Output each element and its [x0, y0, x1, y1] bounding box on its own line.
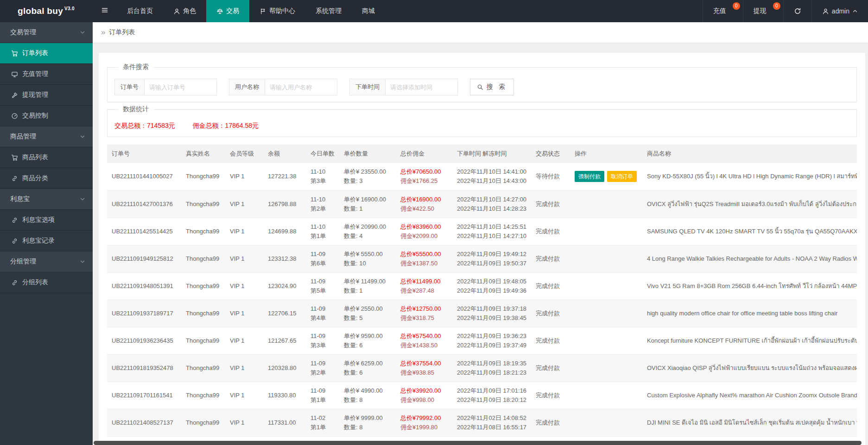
sidebar-item-label: 订单列表: [22, 49, 48, 57]
cancel-order-button[interactable]: 取消订单: [607, 171, 637, 182]
nav-recharge-button[interactable]: 充值 0: [703, 0, 743, 22]
commission-total-amount: 佣金总额：17864.58元: [193, 122, 259, 129]
cell-order-no: UB2211091949125812: [107, 245, 181, 272]
nav-item-roles[interactable]: 角色: [163, 0, 206, 22]
cell-actions: [570, 245, 642, 272]
nav-item-label: 后台首页: [127, 7, 153, 15]
sidebar-group-label: 交易管理: [10, 28, 36, 37]
table-row: UB2211091948051391Thongcha99VIP 1123024.…: [107, 272, 857, 300]
cell-unit-qty: 单价¥ 2550.00数量: 5: [339, 300, 396, 327]
orders-table: 订单号真实姓名会员等级余额今日单数单价数量总价佣金下单时间 解冻时间交易状态操作…: [107, 144, 857, 445]
cell-actions: [570, 190, 642, 218]
sidebar-item-label: 利息宝记录: [22, 237, 55, 245]
sidebar-group-trade-management[interactable]: 交易管理: [0, 22, 93, 43]
cell-total-commission: 总价¥37554.00佣金¥938.85: [396, 354, 452, 382]
cell-status: 完成付款: [531, 382, 570, 409]
search-field-username: 用户名称: [229, 79, 337, 95]
nav-item-label: 帮助中心: [269, 7, 295, 15]
sidebar-item-lixibao-records[interactable]: 利息宝记录: [0, 231, 93, 251]
cell-balance: 123312.38: [263, 245, 306, 272]
cell-times: 2022年11月09日 19:48:052022年11月09日 19:49:36: [452, 272, 531, 300]
table-row: UB2211101441005027Thongcha99VIP 1127221.…: [107, 163, 857, 190]
horizontal-scrollbar[interactable]: [94, 441, 862, 445]
cell-balance: 119330.80: [263, 382, 306, 409]
flag-icon: [260, 8, 266, 15]
user-menu[interactable]: admin: [811, 0, 868, 22]
search-button[interactable]: 搜 索: [470, 79, 514, 95]
nav-item-label: 角色: [183, 7, 196, 15]
nav-item-trade[interactable]: 交易: [206, 0, 249, 22]
orders-table-wrap: 订单号真实姓名会员等级余额今日单数单价数量总价佣金下单时间 解冻时间交易状态操作…: [107, 144, 857, 445]
cell-vip-level: VIP 1: [225, 409, 263, 436]
cart-icon: [11, 50, 18, 57]
cell-times: 2022年11月09日 17:01:162022年11月09日 18:20:12: [452, 382, 531, 409]
cell-order-no: UB2211091701161541: [107, 382, 181, 409]
sidebar-item-lixibao-options[interactable]: 利息宝选项: [0, 210, 93, 231]
username: admin: [832, 7, 849, 15]
cell-status: 完成付款: [531, 245, 570, 272]
cell-times: 2022年11月02日 14:08:522022年11月08日 16:55:17: [452, 409, 531, 436]
navbar-right: 充值 0 提现 0 admin: [703, 0, 868, 22]
sidebar-item-order-list[interactable]: 订单列表: [0, 43, 93, 64]
sidebar-toggle-button[interactable]: [93, 0, 117, 22]
nav-item-system[interactable]: 系统管理: [305, 0, 352, 22]
cell-unit-qty: 单价¥ 9590.00数量: 6: [339, 327, 396, 354]
username-input[interactable]: [265, 79, 337, 95]
cell-total-commission: 总价¥11499.00佣金¥287.48: [396, 272, 452, 300]
double-angle-icon: »: [101, 28, 105, 37]
sidebar-item-recharge-management[interactable]: 充值管理: [0, 64, 93, 85]
cell-today-orders: 11-09第3单: [306, 327, 339, 354]
cell-unit-qty: 单价¥ 9999.00数量: 8: [339, 409, 396, 436]
cell-order-no: UB2211101427001376: [107, 190, 181, 218]
cell-times: 2022年11月09日 19:37:182022年11月09日 19:38:45: [452, 300, 531, 327]
cell-actions: [570, 409, 642, 436]
cell-times: 2022年11月10日 14:25:512022年11月10日 14:27:10: [452, 218, 531, 245]
top-navbar: global buyV3.0 后台首页角色交易帮助中心系统管理商城 充值 0 提…: [0, 0, 868, 22]
stats-fieldset: 数据统计 交易总额：714583元 佣金总额：17864.58元: [107, 105, 857, 137]
link-icon: [11, 175, 18, 182]
cell-balance: 123024.90: [263, 272, 306, 300]
sidebar-item-withdraw-management[interactable]: 提现管理: [0, 85, 93, 106]
cell-unit-qty: 单价¥ 11499.00数量: 1: [339, 272, 396, 300]
nav-item-help-center[interactable]: 帮助中心: [249, 0, 305, 22]
nav-item-mall[interactable]: 商城: [352, 0, 385, 22]
link-icon: [11, 279, 18, 286]
nav-withdraw-button[interactable]: 提现 0: [743, 0, 783, 22]
cell-total-commission: 总价¥55500.00佣金¥1387.50: [396, 245, 452, 272]
cell-today-orders: 11-09第4单: [306, 300, 339, 327]
cell-balance: 117331.00: [263, 409, 306, 436]
order-no-input[interactable]: [145, 79, 216, 95]
col-header-total-commission: 总价佣金: [396, 144, 452, 163]
cell-vip-level: VIP 1: [225, 190, 263, 218]
sidebar-group-goods-management[interactable]: 商品管理: [0, 126, 93, 147]
cell-order-no: UB2211021408527137: [107, 409, 181, 436]
withdraw-badge: 0: [773, 2, 780, 10]
sidebar-item-group-list[interactable]: 分组列表: [0, 272, 93, 293]
refresh-button[interactable]: [783, 0, 811, 22]
cell-total-commission: 总价¥39920.00佣金¥998.00: [396, 382, 452, 409]
sidebar-group-label: 分组管理: [10, 257, 36, 266]
sidebar-group-group-management[interactable]: 分组管理: [0, 251, 93, 272]
gauge-icon: [11, 113, 18, 119]
order-time-input[interactable]: [386, 79, 457, 95]
cell-status: 完成付款: [531, 272, 570, 300]
cell-total-commission: 总价¥70650.00佣金¥1766.25: [396, 163, 452, 190]
sidebar-group-lixibao[interactable]: 利息宝: [0, 189, 93, 210]
cell-balance: 121267.65: [263, 327, 306, 354]
cell-total-commission: 总价¥16900.00佣金¥422.50: [396, 190, 452, 218]
sidebar-item-goods-category[interactable]: 商品分类: [0, 168, 93, 189]
orders-table-body: UB2211101441005027Thongcha99VIP 1127221.…: [107, 163, 857, 445]
cell-status: 完成付款: [531, 409, 570, 436]
cell-order-no: UB2211091819352478: [107, 354, 181, 382]
sidebar-item-goods-list[interactable]: 商品列表: [0, 147, 93, 168]
search-fields: 订单号用户名称下单时间: [114, 79, 458, 95]
col-header-order-no: 订单号: [107, 144, 181, 163]
cell-status: 等待付款: [531, 163, 570, 190]
force-pay-button[interactable]: 强制付款: [575, 171, 604, 182]
cell-times: 2022年11月09日 19:36:232022年11月09日 19:37:49: [452, 327, 531, 354]
nav-item-dashboard[interactable]: 后台首页: [117, 0, 163, 22]
nav-item-label: 交易: [226, 7, 239, 15]
sidebar-group-label: 商品管理: [10, 132, 36, 141]
scales-icon: [216, 8, 223, 15]
sidebar-item-trade-control[interactable]: 交易控制: [0, 106, 93, 126]
